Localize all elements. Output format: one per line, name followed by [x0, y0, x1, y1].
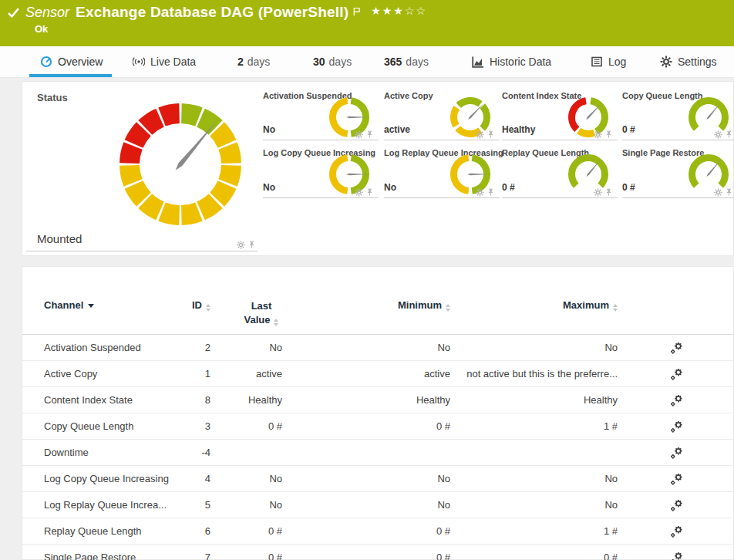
priority-flag-icon[interactable] [352, 5, 362, 15]
channel-id: 8 [184, 387, 210, 413]
channel-settings-gears-icon[interactable] [670, 342, 683, 355]
channel-last-value: active [210, 361, 282, 387]
sort-icon [446, 304, 450, 312]
table-row: Log Replay Queue Increa... 5 No No No [22, 492, 733, 518]
channel-id: 1 [184, 361, 210, 387]
column-header-id[interactable]: ID [184, 287, 210, 335]
divider [502, 140, 618, 140]
tab-settings[interactable]: Settings [660, 46, 717, 77]
tab-2-days[interactable]: 2days [237, 46, 270, 77]
channel-last-value: Healthy [210, 387, 282, 413]
sensor-status-text: Ok [35, 23, 48, 35]
channel-maximum [450, 440, 618, 466]
pin-icon[interactable] [604, 130, 613, 139]
divider [263, 140, 379, 140]
gear-icon[interactable] [237, 241, 245, 249]
channel-name: Replay Queue Length [22, 518, 184, 545]
divider [263, 197, 379, 198]
gear-icon[interactable] [476, 130, 484, 139]
channel-settings-gears-icon[interactable] [670, 499, 683, 512]
pin-icon[interactable] [365, 130, 374, 139]
channels-table: Channel ID Last Value Minimum Maximum Ac… [22, 287, 733, 560]
channel-minimum: Healthy [282, 387, 450, 413]
channel-name: Activation Suspended [22, 335, 184, 361]
channel-maximum: No [450, 466, 618, 492]
channel-settings-gears-icon[interactable] [670, 473, 683, 486]
gauge-replay-queue-length: Replay Queue Length 0 # [502, 148, 614, 198]
gear-icon[interactable] [476, 188, 484, 197]
area-chart-icon [472, 56, 484, 68]
channel-maximum: No [450, 492, 618, 518]
table-row: Log Copy Queue Increasing 4 No No No [22, 466, 733, 492]
sort-icon [613, 304, 618, 312]
object-kind-label: Sensor [25, 5, 69, 21]
channel-settings-gears-icon[interactable] [670, 525, 683, 538]
column-header-channel[interactable]: Channel [22, 287, 184, 335]
gauge-active-copy: Active Copy active [384, 91, 497, 140]
pin-icon[interactable] [487, 188, 495, 197]
gauge-icon [40, 56, 52, 68]
gear-icon[interactable] [714, 130, 722, 139]
table-row: Active Copy 1 active active not active b… [22, 361, 733, 387]
gauge-value: No [263, 124, 275, 135]
pin-icon[interactable] [487, 130, 495, 139]
priority-stars[interactable]: ★★★☆☆ [371, 5, 427, 17]
channel-settings-gears-icon[interactable] [670, 394, 683, 407]
tab-30-days[interactable]: 30days [313, 46, 352, 77]
status-gauges-panel: Status Mounted Activation Suspended No A… [22, 81, 734, 256]
channel-settings-gears-icon[interactable] [670, 420, 683, 433]
gauge-value: 0 # [622, 182, 635, 193]
channel-name: Active Copy [22, 361, 184, 387]
tab-365-days[interactable]: 365days [384, 46, 429, 77]
channel-last-value [210, 440, 282, 466]
pin-icon[interactable] [365, 188, 374, 197]
gear-icon[interactable] [355, 188, 363, 197]
table-row: Copy Queue Length 3 0 # 0 # 1 # [22, 413, 733, 440]
column-header-last-value[interactable]: Last Value [210, 287, 282, 335]
channel-maximum: 0 # [450, 545, 618, 560]
channel-maximum: not active but this is the preferre... [450, 361, 618, 387]
status-panel-title: Status [37, 92, 68, 103]
channel-settings-gears-icon[interactable] [670, 447, 683, 460]
channel-minimum: active [282, 361, 450, 387]
sort-desc-icon [88, 304, 94, 308]
table-row: Downtime -4 [22, 440, 733, 466]
gauge-activation-suspended: Activation Suspended No [263, 91, 375, 140]
tab-bar: Overview Live Data 2days 30days 365days … [0, 46, 734, 78]
channel-id: 6 [184, 518, 210, 545]
channel-id: 5 [184, 492, 210, 518]
channel-maximum: No [450, 335, 618, 361]
channel-last-value: 0 # [210, 545, 282, 560]
channel-settings-gears-icon[interactable] [670, 552, 683, 560]
gauge-log-replay-queue-increasing: Log Replay Queue Increasing No [384, 148, 497, 198]
column-header-maximum[interactable]: Maximum [450, 287, 618, 335]
pin-icon[interactable] [725, 188, 733, 197]
channel-maximum: Healthy [450, 387, 618, 413]
pin-icon[interactable] [725, 130, 733, 139]
tab-live-data[interactable]: Live Data [133, 46, 196, 77]
channel-minimum: 0 # [282, 518, 450, 545]
column-header-minimum[interactable]: Minimum [282, 287, 450, 335]
pin-icon[interactable] [247, 241, 256, 249]
pin-icon[interactable] [604, 188, 613, 197]
gear-icon[interactable] [594, 188, 602, 197]
gauge-content-index-state: Content Index State Healthy [502, 91, 614, 140]
divider [622, 197, 734, 198]
gear-icon[interactable] [594, 130, 602, 139]
channel-settings-gears-icon[interactable] [670, 368, 683, 381]
sensor-status-banner: Sensor Exchange Database DAG (PowerShell… [0, 0, 734, 46]
channel-minimum: No [282, 492, 450, 518]
tab-historic-data[interactable]: Historic Data [472, 46, 551, 77]
channel-name: Downtime [22, 440, 184, 466]
channel-maximum: 1 # [450, 518, 618, 545]
channel-last-value: No [210, 466, 282, 492]
broadcast-icon [133, 56, 145, 68]
gauge-value: 0 # [622, 124, 635, 135]
gear-icon[interactable] [355, 130, 363, 139]
ok-check-icon [7, 6, 20, 19]
column-header-actions [618, 287, 733, 335]
gauge-value: active [384, 124, 410, 135]
gear-icon[interactable] [714, 188, 722, 197]
tab-log[interactable]: Log [591, 46, 626, 77]
tab-overview[interactable]: Overview [40, 46, 103, 77]
